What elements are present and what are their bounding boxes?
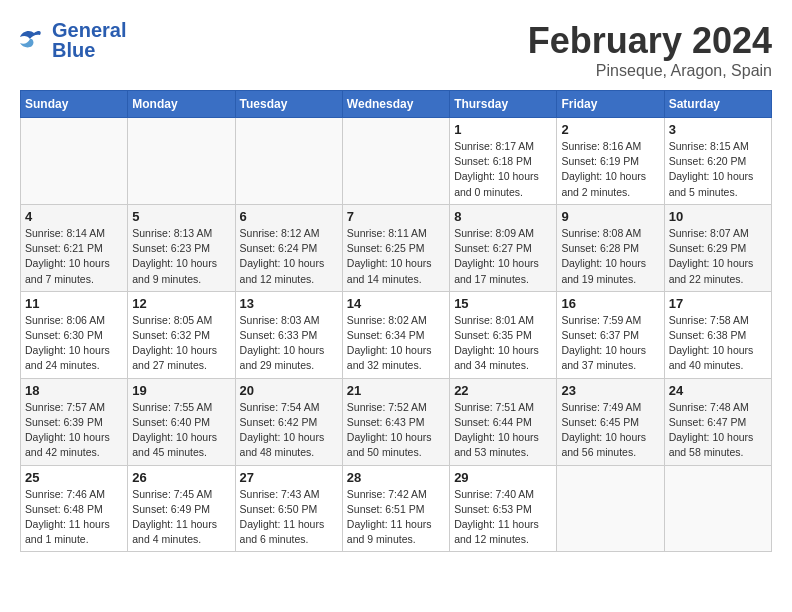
logo-general: General [52,20,126,40]
day-of-week-tuesday: Tuesday [235,91,342,118]
day-info: Sunrise: 7:40 AMSunset: 6:53 PMDaylight:… [454,487,552,548]
calendar-cell: 25Sunrise: 7:46 AMSunset: 6:48 PMDayligh… [21,465,128,552]
day-number: 23 [561,383,659,398]
calendar-cell [128,118,235,205]
day-info: Sunrise: 8:01 AMSunset: 6:35 PMDaylight:… [454,313,552,374]
day-info: Sunrise: 8:12 AMSunset: 6:24 PMDaylight:… [240,226,338,287]
days-of-week-row: SundayMondayTuesdayWednesdayThursdayFrid… [21,91,772,118]
day-number: 15 [454,296,552,311]
calendar-week-2: 4Sunrise: 8:14 AMSunset: 6:21 PMDaylight… [21,204,772,291]
calendar-week-5: 25Sunrise: 7:46 AMSunset: 6:48 PMDayligh… [21,465,772,552]
calendar-cell: 18Sunrise: 7:57 AMSunset: 6:39 PMDayligh… [21,378,128,465]
calendar-cell: 3Sunrise: 8:15 AMSunset: 6:20 PMDaylight… [664,118,771,205]
calendar-cell [557,465,664,552]
day-number: 21 [347,383,445,398]
day-info: Sunrise: 7:42 AMSunset: 6:51 PMDaylight:… [347,487,445,548]
day-info: Sunrise: 8:13 AMSunset: 6:23 PMDaylight:… [132,226,230,287]
day-info: Sunrise: 8:02 AMSunset: 6:34 PMDaylight:… [347,313,445,374]
calendar-cell: 20Sunrise: 7:54 AMSunset: 6:42 PMDayligh… [235,378,342,465]
day-info: Sunrise: 8:14 AMSunset: 6:21 PMDaylight:… [25,226,123,287]
day-info: Sunrise: 8:08 AMSunset: 6:28 PMDaylight:… [561,226,659,287]
day-info: Sunrise: 7:57 AMSunset: 6:39 PMDaylight:… [25,400,123,461]
calendar-week-4: 18Sunrise: 7:57 AMSunset: 6:39 PMDayligh… [21,378,772,465]
day-of-week-saturday: Saturday [664,91,771,118]
day-number: 28 [347,470,445,485]
calendar-cell: 17Sunrise: 7:58 AMSunset: 6:38 PMDayligh… [664,291,771,378]
day-info: Sunrise: 8:05 AMSunset: 6:32 PMDaylight:… [132,313,230,374]
day-of-week-thursday: Thursday [450,91,557,118]
calendar-cell: 28Sunrise: 7:42 AMSunset: 6:51 PMDayligh… [342,465,449,552]
day-number: 11 [25,296,123,311]
day-number: 25 [25,470,123,485]
day-of-week-wednesday: Wednesday [342,91,449,118]
calendar-cell: 1Sunrise: 8:17 AMSunset: 6:18 PMDaylight… [450,118,557,205]
calendar-cell: 2Sunrise: 8:16 AMSunset: 6:19 PMDaylight… [557,118,664,205]
day-number: 16 [561,296,659,311]
calendar-cell: 11Sunrise: 8:06 AMSunset: 6:30 PMDayligh… [21,291,128,378]
calendar-cell: 27Sunrise: 7:43 AMSunset: 6:50 PMDayligh… [235,465,342,552]
day-info: Sunrise: 7:51 AMSunset: 6:44 PMDaylight:… [454,400,552,461]
day-info: Sunrise: 7:48 AMSunset: 6:47 PMDaylight:… [669,400,767,461]
day-info: Sunrise: 7:49 AMSunset: 6:45 PMDaylight:… [561,400,659,461]
main-title: February 2024 [528,20,772,62]
day-number: 14 [347,296,445,311]
calendar-cell: 14Sunrise: 8:02 AMSunset: 6:34 PMDayligh… [342,291,449,378]
day-number: 18 [25,383,123,398]
day-number: 29 [454,470,552,485]
day-number: 4 [25,209,123,224]
page-header: General Blue February 2024 Pinseque, Ara… [20,20,772,80]
day-number: 20 [240,383,338,398]
day-info: Sunrise: 7:43 AMSunset: 6:50 PMDaylight:… [240,487,338,548]
day-info: Sunrise: 7:55 AMSunset: 6:40 PMDaylight:… [132,400,230,461]
day-number: 17 [669,296,767,311]
day-info: Sunrise: 7:54 AMSunset: 6:42 PMDaylight:… [240,400,338,461]
day-info: Sunrise: 8:09 AMSunset: 6:27 PMDaylight:… [454,226,552,287]
calendar-cell: 23Sunrise: 7:49 AMSunset: 6:45 PMDayligh… [557,378,664,465]
day-number: 9 [561,209,659,224]
day-info: Sunrise: 8:17 AMSunset: 6:18 PMDaylight:… [454,139,552,200]
calendar-cell [235,118,342,205]
day-number: 3 [669,122,767,137]
calendar-cell: 16Sunrise: 7:59 AMSunset: 6:37 PMDayligh… [557,291,664,378]
calendar-cell: 7Sunrise: 8:11 AMSunset: 6:25 PMDaylight… [342,204,449,291]
calendar-week-1: 1Sunrise: 8:17 AMSunset: 6:18 PMDaylight… [21,118,772,205]
day-of-week-sunday: Sunday [21,91,128,118]
calendar-cell [21,118,128,205]
day-number: 8 [454,209,552,224]
calendar-table: SundayMondayTuesdayWednesdayThursdayFrid… [20,90,772,552]
day-number: 24 [669,383,767,398]
day-number: 5 [132,209,230,224]
calendar-cell: 9Sunrise: 8:08 AMSunset: 6:28 PMDaylight… [557,204,664,291]
calendar-cell: 19Sunrise: 7:55 AMSunset: 6:40 PMDayligh… [128,378,235,465]
subtitle: Pinseque, Aragon, Spain [528,62,772,80]
logo-blue: Blue [52,40,126,60]
day-number: 22 [454,383,552,398]
day-number: 13 [240,296,338,311]
calendar-cell [342,118,449,205]
day-info: Sunrise: 8:03 AMSunset: 6:33 PMDaylight:… [240,313,338,374]
title-block: February 2024 Pinseque, Aragon, Spain [528,20,772,80]
calendar-week-3: 11Sunrise: 8:06 AMSunset: 6:30 PMDayligh… [21,291,772,378]
calendar-cell: 10Sunrise: 8:07 AMSunset: 6:29 PMDayligh… [664,204,771,291]
day-number: 12 [132,296,230,311]
day-of-week-monday: Monday [128,91,235,118]
day-number: 7 [347,209,445,224]
day-info: Sunrise: 8:07 AMSunset: 6:29 PMDaylight:… [669,226,767,287]
day-number: 27 [240,470,338,485]
day-info: Sunrise: 7:52 AMSunset: 6:43 PMDaylight:… [347,400,445,461]
calendar-cell: 24Sunrise: 7:48 AMSunset: 6:47 PMDayligh… [664,378,771,465]
calendar-cell: 4Sunrise: 8:14 AMSunset: 6:21 PMDaylight… [21,204,128,291]
day-info: Sunrise: 7:59 AMSunset: 6:37 PMDaylight:… [561,313,659,374]
day-info: Sunrise: 8:16 AMSunset: 6:19 PMDaylight:… [561,139,659,200]
day-info: Sunrise: 7:46 AMSunset: 6:48 PMDaylight:… [25,487,123,548]
day-number: 19 [132,383,230,398]
day-number: 1 [454,122,552,137]
calendar-cell: 15Sunrise: 8:01 AMSunset: 6:35 PMDayligh… [450,291,557,378]
day-number: 10 [669,209,767,224]
calendar-body: 1Sunrise: 8:17 AMSunset: 6:18 PMDaylight… [21,118,772,552]
day-info: Sunrise: 7:58 AMSunset: 6:38 PMDaylight:… [669,313,767,374]
calendar-cell: 8Sunrise: 8:09 AMSunset: 6:27 PMDaylight… [450,204,557,291]
day-info: Sunrise: 7:45 AMSunset: 6:49 PMDaylight:… [132,487,230,548]
logo: General Blue [20,20,126,60]
day-number: 6 [240,209,338,224]
